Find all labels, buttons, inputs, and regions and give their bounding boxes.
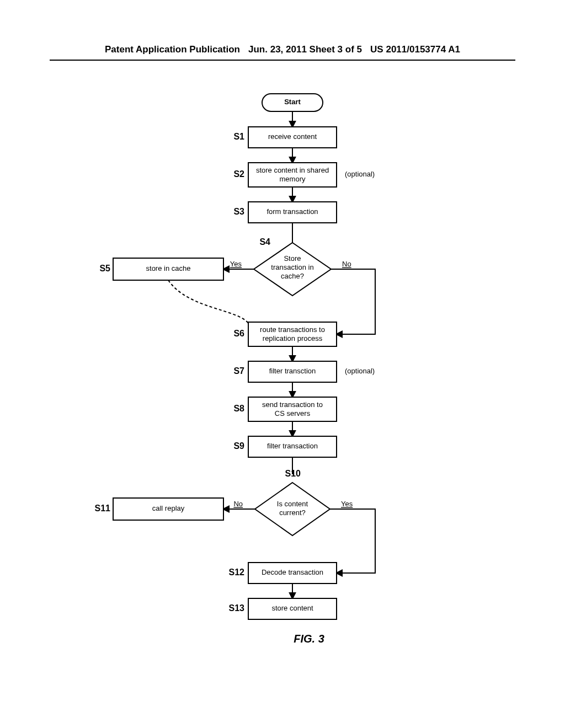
svg-text:receive content: receive content (268, 132, 317, 141)
figure-caption: FIG. 3 (294, 633, 324, 645)
step-s10-decision: Is content current? S10 (255, 469, 330, 536)
svg-text:S6: S6 (233, 329, 244, 338)
svg-text:store in cache: store in cache (146, 264, 191, 272)
svg-text:S13: S13 (229, 603, 245, 613)
step-s12: Decode transaction S12 (229, 563, 337, 584)
step-s2: store content in shared memory S2 (optio… (233, 163, 375, 187)
step-s4-decision: Store transaction in cache? S4 (254, 237, 331, 296)
svg-text:CS servers: CS servers (275, 409, 311, 417)
svg-text:store content in shared: store content in shared (256, 166, 329, 174)
svg-text:S11: S11 (95, 504, 111, 513)
svg-text:S8: S8 (233, 404, 244, 413)
svg-text:Yes: Yes (341, 500, 353, 508)
svg-text:S7: S7 (233, 366, 244, 376)
svg-text:memory: memory (280, 175, 306, 183)
svg-text:Decode transaction: Decode transaction (262, 568, 323, 576)
step-s5: store in cache S5 (99, 258, 223, 280)
svg-text:cache?: cache? (281, 272, 304, 280)
svg-text:route transactions to: route transactions to (260, 325, 325, 334)
svg-text:S2: S2 (233, 169, 244, 179)
svg-text:S9: S9 (233, 441, 244, 451)
step-s3: form transaction S3 (233, 202, 337, 223)
svg-text:Is content: Is content (277, 500, 308, 508)
svg-text:S12: S12 (229, 568, 245, 577)
step-s8: send transaction to CS servers S8 (233, 397, 337, 421)
svg-text:filter transaction: filter transaction (267, 442, 318, 450)
header-center: Jun. 23, 2011 Sheet 3 of 5 (248, 44, 362, 55)
svg-text:S4: S4 (259, 237, 270, 247)
flowchart-figure: Start receive content S1 store content i… (0, 77, 565, 684)
svg-text:Store: Store (284, 254, 301, 263)
step-s11: call replay S11 (95, 498, 223, 520)
svg-text:form transaction: form transaction (266, 207, 318, 216)
svg-text:(optional): (optional) (345, 170, 375, 178)
step-s9: filter transaction S9 (233, 436, 337, 457)
step-s7: filter transction S7 (optional) (233, 361, 375, 382)
step-s6: route transactions to replication proces… (233, 322, 337, 346)
svg-text:No: No (342, 260, 351, 268)
step-s13: store content S13 (229, 598, 337, 619)
svg-text:replication process: replication process (263, 334, 323, 342)
header-right: US 2011/0153774 A1 (370, 44, 460, 55)
svg-text:S1: S1 (233, 132, 244, 141)
page-header: Patent Application Publication Jun. 23, … (50, 44, 515, 61)
svg-text:S10: S10 (285, 469, 301, 478)
svg-text:S5: S5 (99, 264, 110, 273)
svg-text:Yes: Yes (230, 260, 242, 268)
svg-text:current?: current? (279, 508, 306, 517)
step-s1: receive content S1 (233, 127, 337, 148)
svg-text:store content: store content (271, 604, 313, 612)
svg-text:Start: Start (284, 98, 301, 106)
svg-text:S3: S3 (233, 207, 244, 216)
svg-text:call replay: call replay (152, 504, 185, 512)
start-terminator: Start (262, 94, 323, 111)
header-left: Patent Application Publication (105, 44, 240, 55)
svg-text:No: No (233, 500, 243, 508)
svg-text:send transaction to: send transaction to (262, 400, 323, 409)
svg-text:filter transction: filter transction (269, 367, 316, 375)
svg-text:(optional): (optional) (345, 367, 375, 375)
svg-text:transaction in: transaction in (271, 263, 313, 271)
